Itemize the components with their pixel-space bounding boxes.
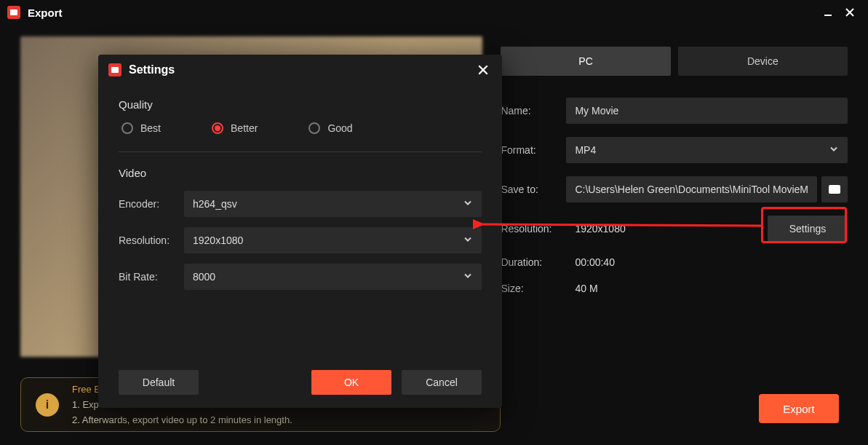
- app-icon: [108, 63, 122, 76]
- dialog-body: Quality Best Better Good Video Encoder: …: [98, 85, 502, 290]
- saveto-row: Save to: C:\Users\Helen Green\Documents\…: [501, 176, 848, 202]
- encoder-label: Encoder:: [119, 198, 184, 210]
- browse-folder-button[interactable]: [821, 176, 848, 202]
- name-row: Name:: [501, 98, 848, 124]
- title-bar: Export: [0, 0, 868, 25]
- window-title: Export: [28, 7, 63, 19]
- default-button[interactable]: Default: [119, 370, 199, 395]
- radio-icon: [308, 122, 320, 134]
- duration-row: Duration: 00:00:40: [501, 256, 848, 268]
- quality-good-label: Good: [327, 122, 352, 134]
- export-panel: PC Device Name: Format: MP4 Save to: C:\…: [501, 36, 848, 365]
- quality-better[interactable]: Better: [212, 122, 258, 134]
- info-icon: i: [36, 393, 59, 417]
- quality-section-label: Quality: [119, 98, 482, 111]
- resolution-label: Resolution:: [501, 223, 566, 235]
- quality-best[interactable]: Best: [122, 122, 161, 134]
- export-button[interactable]: Export: [759, 394, 839, 423]
- duration-label: Duration:: [501, 256, 566, 268]
- settings-button[interactable]: Settings: [768, 216, 848, 242]
- format-value: MP4: [575, 144, 596, 156]
- resolution-row: Resolution: 1920x1080 Settings: [501, 216, 848, 242]
- radio-icon: [122, 122, 133, 134]
- name-label: Name:: [501, 105, 566, 117]
- ok-button[interactable]: OK: [311, 370, 391, 395]
- chevron-down-icon: [463, 198, 473, 210]
- encoder-value: h264_qsv: [193, 198, 237, 210]
- chevron-down-icon: [463, 235, 473, 247]
- quality-radio-group: Best Better Good: [119, 122, 482, 134]
- quality-best-label: Best: [140, 122, 161, 134]
- size-row: Size: 40 M: [501, 283, 848, 294]
- app-icon: [7, 6, 20, 19]
- close-button[interactable]: [839, 1, 861, 23]
- output-tabs: PC Device: [501, 47, 848, 76]
- chevron-down-icon: [463, 271, 473, 283]
- encoder-select[interactable]: h264_qsv: [184, 191, 482, 217]
- bitrate-value: 8000: [193, 271, 215, 283]
- dialog-close-button[interactable]: [474, 61, 492, 79]
- resolution-value: 1920x1080: [566, 223, 768, 235]
- quality-good[interactable]: Good: [308, 122, 352, 134]
- dialog-header: Settings: [98, 55, 502, 85]
- duration-value: 00:00:40: [566, 256, 615, 268]
- format-label: Format:: [501, 144, 566, 156]
- bitrate-label: Bit Rate:: [119, 271, 184, 283]
- encoder-row: Encoder: h264_qsv: [119, 191, 482, 217]
- radio-icon: [212, 122, 223, 134]
- m-resolution-label: Resolution:: [119, 235, 184, 246]
- format-select[interactable]: MP4: [566, 137, 848, 163]
- divider: [119, 151, 482, 152]
- m-resolution-value: 1920x1080: [193, 235, 243, 246]
- chevron-down-icon: [829, 144, 839, 157]
- size-value: 40 M: [566, 283, 597, 294]
- saveto-input[interactable]: C:\Users\Helen Green\Documents\MiniTool …: [566, 176, 817, 202]
- bitrate-select[interactable]: 8000: [184, 264, 482, 290]
- size-label: Size:: [501, 283, 566, 294]
- m-resolution-row: Resolution: 1920x1080: [119, 227, 482, 253]
- settings-dialog: Settings Quality Best Better Good Video …: [98, 55, 502, 408]
- tab-pc[interactable]: PC: [501, 47, 670, 76]
- format-row: Format: MP4: [501, 137, 848, 163]
- cancel-button[interactable]: Cancel: [402, 370, 482, 395]
- saveto-value: C:\Users\Helen Green\Documents\MiniTool …: [575, 184, 808, 195]
- saveto-label: Save to:: [501, 184, 566, 195]
- dialog-title: Settings: [129, 63, 175, 76]
- notice-line-2: 2. Afterwards, export video up to 2 minu…: [72, 414, 292, 425]
- m-resolution-select[interactable]: 1920x1080: [184, 227, 482, 253]
- minimize-button[interactable]: [817, 1, 839, 23]
- dialog-footer: Default OK Cancel: [98, 370, 502, 395]
- quality-better-label: Better: [231, 122, 258, 134]
- name-input[interactable]: [566, 98, 848, 124]
- folder-icon: [829, 185, 840, 194]
- video-section-label: Video: [119, 167, 482, 179]
- tab-device[interactable]: Device: [678, 47, 848, 76]
- bitrate-row: Bit Rate: 8000: [119, 264, 482, 290]
